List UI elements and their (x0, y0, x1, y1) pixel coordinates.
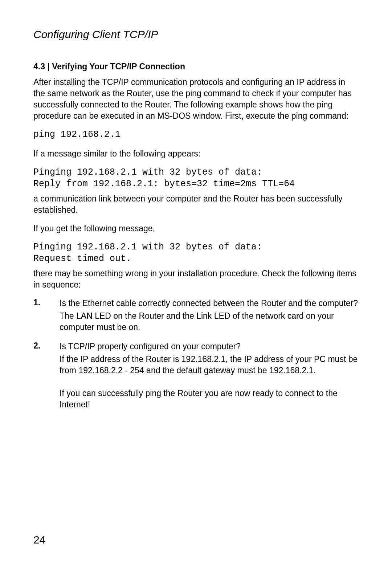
if-message-similar: If a message similar to the following ap… (33, 148, 359, 159)
section-heading: 4.3 | Verifying Your TCP/IP Connection (33, 62, 359, 72)
if-following-message: If you get the following message, (33, 223, 359, 234)
page-number: 24 (33, 534, 45, 546)
page-header-title: Configuring Client TCP/IP (33, 28, 359, 41)
list-answer: If the IP address of the Router is 192.1… (60, 354, 359, 376)
code-fail-output: Pinging 192.168.2.1 with 32 bytes of dat… (33, 241, 359, 265)
list-question: Is TCP/IP properly configured on your co… (60, 341, 359, 352)
list-answer: The LAN LED on the Router and the Link L… (60, 310, 359, 333)
list-question: Is the Ethernet cable correctly connecte… (60, 298, 359, 309)
list-extra-note: If you can successfully ping the Router … (60, 388, 359, 410)
wrong-install-text: there may be something wrong in your ins… (33, 268, 359, 290)
link-established-text: a communication link between your comput… (33, 193, 359, 216)
intro-paragraph: After installing the TCP/IP communicatio… (33, 77, 359, 122)
list-item: 1. Is the Ethernet cable correctly conne… (33, 298, 359, 333)
list-number: 2. (33, 341, 60, 351)
list-content: Is the Ethernet cable correctly connecte… (60, 298, 359, 333)
code-ping-command: ping 192.168.2.1 (33, 129, 359, 141)
list-item: 2. Is TCP/IP properly configured on your… (33, 341, 359, 410)
list-number: 1. (33, 298, 60, 308)
code-success-output: Pinging 192.168.2.1 with 32 bytes of dat… (33, 167, 359, 190)
list-content: Is TCP/IP properly configured on your co… (60, 341, 359, 410)
troubleshoot-list: 1. Is the Ethernet cable correctly conne… (33, 298, 359, 410)
